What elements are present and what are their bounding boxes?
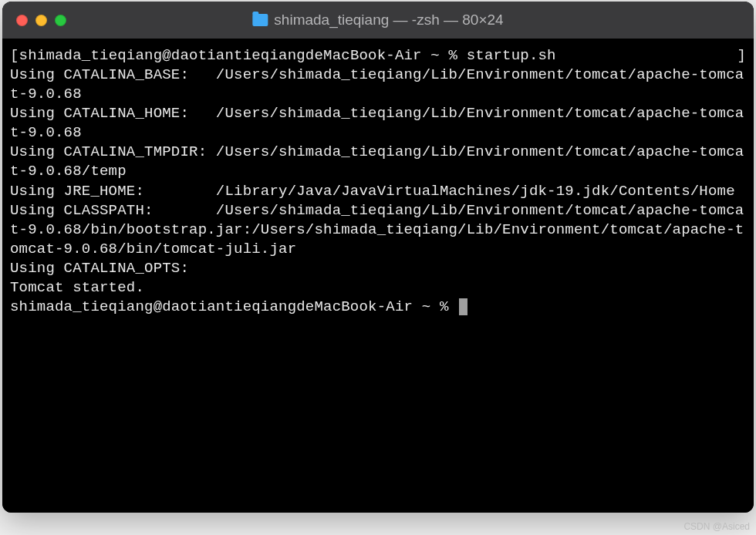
command-text: startup.sh — [467, 47, 556, 64]
watermark: CSDN @Asiced — [683, 521, 750, 532]
window-title: shimada_tieqiang — -zsh — 80×24 — [252, 12, 503, 29]
bracket-open: [ — [10, 47, 19, 64]
terminal-window: shimada_tieqiang — -zsh — 80×24 [shimada… — [2, 2, 754, 513]
maximize-button[interactable] — [55, 15, 66, 26]
traffic-lights — [16, 15, 66, 26]
shell-prompt-2: shimada_tieqiang@daotiantieqiangdeMacBoo… — [10, 298, 457, 315]
minimize-button[interactable] — [35, 15, 47, 26]
titlebar[interactable]: shimada_tieqiang — -zsh — 80×24 — [2, 2, 754, 39]
prompt-line-1: [shimada_tieqiang@daotiantieqiangdeMacBo… — [10, 46, 746, 66]
close-button[interactable] — [16, 15, 28, 26]
folder-icon — [252, 14, 268, 26]
title-text: shimada_tieqiang — -zsh — 80×24 — [274, 12, 503, 29]
terminal-output: Using CATALINA_BASE: /Users/shimada_tieq… — [10, 66, 744, 296]
shell-prompt: shimada_tieqiang@daotiantieqiangdeMacBoo… — [19, 47, 467, 64]
cursor — [459, 298, 467, 315]
bracket-close: ] — [737, 46, 746, 66]
terminal-body[interactable]: [shimada_tieqiang@daotiantieqiangdeMacBo… — [2, 39, 754, 513]
